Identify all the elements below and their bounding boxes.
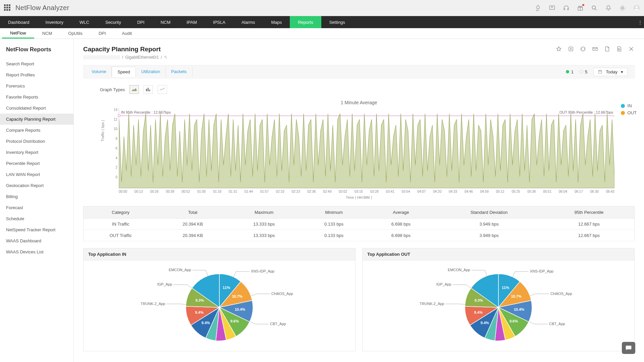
sidebar-item-forensics[interactable]: Forensics <box>0 80 73 92</box>
sidebar-item-capacity-planning-report[interactable]: Capacity Planning Report <box>0 114 73 125</box>
pie-slice-label: EMCON_App <box>448 268 470 272</box>
graph-type-line-button[interactable] <box>158 85 167 94</box>
nav1-item-settings[interactable]: Settings <box>321 16 353 28</box>
close-icon[interactable] <box>628 46 635 52</box>
svg-text:9.4%: 9.4% <box>481 321 489 325</box>
nav1-item-alarms[interactable]: Alarms <box>233 16 263 28</box>
sidebar-item-lan-wan-report[interactable]: LAN WAN Report <box>0 169 73 180</box>
gear-icon[interactable] <box>619 5 626 11</box>
sidebar-item-netspeed-tracker-report[interactable]: NetSpeed Tracker Report <box>0 224 73 235</box>
sidebar-item-percentile-report[interactable]: Percentile Report <box>0 158 73 169</box>
main-content: Capacity Planning Report / GigabitEthern… <box>74 39 644 362</box>
graph-type-bar-button[interactable] <box>144 85 153 94</box>
rocket-icon[interactable] <box>535 5 541 11</box>
svg-text:10.4%: 10.4% <box>514 307 524 311</box>
pdf-icon[interactable] <box>604 46 610 52</box>
sidebar-item-billing[interactable]: Billing <box>0 191 73 202</box>
panel-title: Top Application IN <box>84 248 355 260</box>
avatar-icon[interactable] <box>633 5 640 11</box>
nav2-item-audit[interactable]: Audit <box>114 28 140 39</box>
nav2-item-oputils[interactable]: OpUtils <box>60 28 91 39</box>
svg-text:9.4%: 9.4% <box>195 310 204 314</box>
graph-types-label: Graph Types <box>100 87 125 92</box>
nav2-item-dpi[interactable]: DPI <box>91 28 114 39</box>
date-range-label: Today <box>606 69 618 74</box>
sidebar: NetFlow Reports Search ReportReport Prof… <box>0 39 74 362</box>
mail-icon[interactable] <box>592 46 598 52</box>
nav2-item-ncm[interactable]: NCM <box>34 28 60 39</box>
pie-slice-label: XNS-IDP_App <box>251 269 274 273</box>
sidebar-item-protocol-distribution[interactable]: Protocol Distribution <box>0 136 73 147</box>
nav1-item-inventory[interactable]: Inventory <box>38 16 71 28</box>
in-95th-label: IN 95th Percentile : 12.667bps <box>121 110 171 114</box>
primary-nav: DashboardInventoryWLCSecurityDPINCMIPAMI… <box>0 16 644 28</box>
sample-badge-5[interactable]: 5 <box>580 69 587 74</box>
sidebar-item-forecast[interactable]: Forecast <box>0 202 73 213</box>
chart-plot-area[interactable]: IN 95th Percentile : 12.667bps OUT 95th … <box>119 108 614 188</box>
cost-icon[interactable]: $ <box>568 46 574 52</box>
svg-rect-12 <box>149 90 150 91</box>
sidebar-item-geolocation-report[interactable]: Geolocation Report <box>0 180 73 191</box>
headset-icon[interactable] <box>563 5 570 11</box>
refresh-icon[interactable] <box>580 46 586 52</box>
metric-tab-packets[interactable]: Packets <box>166 67 192 77</box>
nav1-item-dpi[interactable]: DPI <box>129 16 153 28</box>
app-title: NetFlow Analyzer <box>15 4 69 12</box>
breadcrumb: / GigabitEthernet0/1 / ✎ <box>83 55 167 60</box>
breadcrumb-interface: GigabitEthernet0/1 <box>125 55 159 60</box>
sidebar-item-compare-reports[interactable]: Compare Reports <box>0 125 73 136</box>
apps-grid-icon[interactable] <box>4 4 11 12</box>
date-range-picker[interactable]: Today ▾ <box>593 68 628 76</box>
panel-title: Top Application OUT <box>363 248 634 260</box>
stats-table: CategoryTotalMaximumMinimumAverageStanda… <box>83 206 635 241</box>
calendar-icon <box>598 69 602 74</box>
nav1-item-ipsla[interactable]: IPSLA <box>205 16 233 28</box>
present-icon[interactable] <box>549 5 555 11</box>
table-header: Maximum <box>228 206 301 219</box>
svg-rect-27 <box>626 346 632 349</box>
chart-legend: IN OUT <box>621 103 637 117</box>
sidebar-item-waas-dashboard[interactable]: WAAS Dashboard <box>0 235 73 246</box>
sidebar-item-waas-devices-list[interactable]: WAAS Devices List <box>0 246 73 257</box>
nav1-item-ncm[interactable]: NCM <box>153 16 179 28</box>
nav1-item-dashboard[interactable]: Dashboard <box>0 16 38 28</box>
chat-icon <box>625 345 632 351</box>
sidebar-item-consolidated-report[interactable]: Consolidated Report <box>0 103 73 114</box>
sidebar-item-inventory-report[interactable]: Inventory Report <box>0 147 73 158</box>
edit-pencil-icon[interactable]: ✎ <box>164 55 167 60</box>
nav-overflow-icon[interactable]: ⋮ <box>636 16 644 28</box>
table-header: Category <box>84 206 158 219</box>
sidebar-item-schedule[interactable]: Schedule <box>0 213 73 224</box>
graph-type-area-button[interactable] <box>129 85 139 94</box>
svg-text:11%: 11% <box>223 286 230 290</box>
sample-badge-1[interactable]: 1 <box>566 69 574 74</box>
nav1-item-reports[interactable]: Reports <box>290 16 321 28</box>
svg-text:9.4%: 9.4% <box>202 321 210 325</box>
metric-tab-speed[interactable]: Speed <box>112 67 136 77</box>
svg-rect-10 <box>146 89 147 91</box>
nav1-item-wlc[interactable]: WLC <box>71 16 97 28</box>
svg-text:10.4%: 10.4% <box>235 307 245 311</box>
metric-tab-utilization[interactable]: Utilization <box>136 67 166 77</box>
chat-fab-button[interactable] <box>622 342 635 354</box>
sidebar-item-search-report[interactable]: Search Report <box>0 58 73 69</box>
nav2-item-netflow[interactable]: NetFlow <box>2 28 34 39</box>
star-icon[interactable] <box>555 46 562 52</box>
metric-tab-volume[interactable]: Volume <box>86 67 112 77</box>
pie-slice-label: CBT_App <box>549 322 565 326</box>
search-icon[interactable] <box>591 5 598 11</box>
nav1-item-ipam[interactable]: IPAM <box>178 16 205 28</box>
sidebar-item-report-profiles[interactable]: Report Profiles <box>0 69 73 80</box>
page-actions: $ <box>555 46 635 52</box>
bell-icon[interactable] <box>605 5 612 11</box>
svg-text:9.4%: 9.4% <box>474 310 483 314</box>
gift-icon[interactable] <box>577 5 584 11</box>
svg-text:9.6%: 9.6% <box>230 319 239 323</box>
csv-icon[interactable] <box>616 46 623 52</box>
sidebar-item-favorite-reports[interactable]: Favorite Reports <box>0 92 73 103</box>
table-header: Standard Deviation <box>434 206 543 219</box>
svg-text:9.6%: 9.6% <box>509 319 518 323</box>
traffic-chart: 1 Minute Average Traffic ( bps ) 1412108… <box>83 97 635 199</box>
nav1-item-security[interactable]: Security <box>97 16 129 28</box>
nav1-item-maps[interactable]: Maps <box>263 16 290 28</box>
